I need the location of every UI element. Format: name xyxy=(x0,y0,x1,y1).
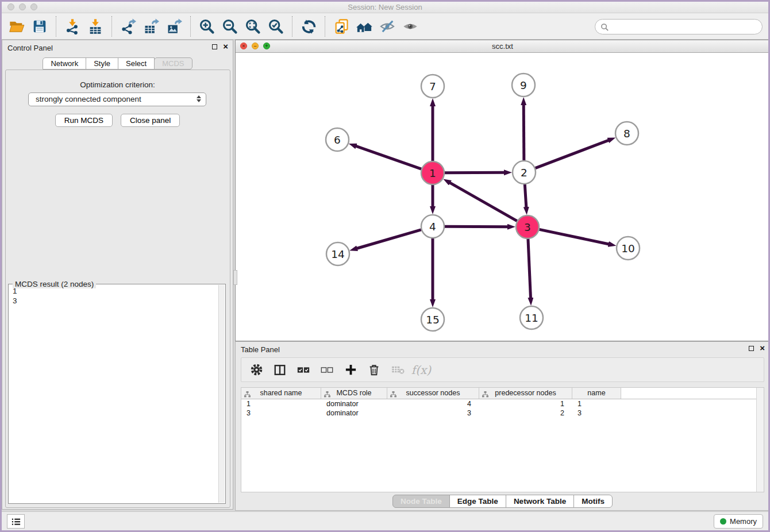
graph-node-6[interactable]: 6 xyxy=(326,128,349,151)
maximize-window-button[interactable] xyxy=(30,3,37,10)
export-image-button[interactable] xyxy=(163,16,186,37)
column-header-successor-nodes[interactable]: successor nodes xyxy=(387,388,479,399)
graph-edge-1-2[interactable] xyxy=(445,172,505,173)
column-header-label: name xyxy=(587,389,605,397)
graph-edge-3-11[interactable] xyxy=(528,239,531,298)
column-header-predecessor-nodes[interactable]: predecessor nodes xyxy=(479,388,572,399)
table-cell-predecessor-nodes: 1 xyxy=(479,399,572,408)
tab-network-table[interactable]: Network Table xyxy=(506,495,574,508)
duplicate-network-button[interactable] xyxy=(330,16,353,37)
graph-edge-4-3[interactable] xyxy=(445,226,508,227)
graph-edge-4-14[interactable] xyxy=(357,230,421,249)
graph-node-label: 9 xyxy=(520,79,527,91)
select-all-columns-button[interactable] xyxy=(294,361,313,379)
column-header-shared-name[interactable]: shared name xyxy=(241,388,321,399)
show-overview-button[interactable] xyxy=(399,16,422,37)
delete-column-button[interactable] xyxy=(365,361,383,379)
tab-edge-table[interactable]: Edge Table xyxy=(449,495,506,508)
control-panel-header: Control Panel × xyxy=(2,40,233,55)
split-panel-button[interactable] xyxy=(271,361,289,379)
column-header-mcds-role[interactable]: MCDS role xyxy=(321,388,387,399)
search-input[interactable] xyxy=(611,20,757,33)
graph-node-label: 6 xyxy=(334,134,341,146)
close-window-button[interactable] xyxy=(7,3,14,10)
splitter-grip[interactable] xyxy=(233,270,237,285)
import-table-button[interactable] xyxy=(84,16,107,37)
attribute-tree-icon xyxy=(324,390,330,401)
save-session-button[interactable] xyxy=(28,16,51,37)
graph-node-15[interactable]: 15 xyxy=(421,308,444,331)
graph-edge-2-8[interactable] xyxy=(536,140,609,168)
tab-network[interactable]: Network xyxy=(43,57,86,70)
graph-node-2[interactable]: 2 xyxy=(513,161,536,184)
criterion-value: strongly connected component xyxy=(36,95,141,103)
table-header-row: shared nameMCDS rolesuccessor nodesprede… xyxy=(241,388,764,399)
apply-function-button[interactable]: f(x) xyxy=(412,361,430,379)
table-settings-button[interactable] xyxy=(247,361,265,379)
graph-node-10[interactable]: 10 xyxy=(617,237,640,260)
tab-motifs[interactable]: Motifs xyxy=(573,495,613,508)
task-history-button[interactable] xyxy=(7,514,25,529)
toolbar-separator xyxy=(325,16,325,37)
graph-node-4[interactable]: 4 xyxy=(421,215,444,238)
eye-slash-icon xyxy=(379,18,395,34)
maximize-network-button[interactable]: + xyxy=(263,43,270,49)
zoom-fit-button[interactable] xyxy=(241,16,264,37)
graph-edge-3-10[interactable] xyxy=(540,229,609,244)
home-icon xyxy=(356,18,373,34)
float-panel-icon[interactable] xyxy=(212,44,217,49)
import-network-button[interactable] xyxy=(61,16,84,37)
graph-node-1[interactable]: 1 xyxy=(421,161,444,184)
table-row[interactable]: 1dominator411 xyxy=(241,399,764,408)
table-cell-name: 3 xyxy=(572,408,621,418)
tab-mcds[interactable]: MCDS xyxy=(154,57,192,70)
zoom-in-icon xyxy=(199,18,215,34)
close-panel-button[interactable]: Close panel xyxy=(121,114,180,127)
run-mcds-button[interactable]: Run MCDS xyxy=(55,114,113,127)
criterion-dropdown[interactable]: strongly connected component xyxy=(28,92,206,106)
result-scrollbar[interactable] xyxy=(218,285,225,503)
graph-node-3[interactable]: 3 xyxy=(516,215,539,238)
graph-node-9[interactable]: 9 xyxy=(512,74,535,97)
deselect-all-columns-button[interactable] xyxy=(318,361,336,379)
delete-table-button[interactable] xyxy=(388,361,407,379)
dropdown-stepper-icon xyxy=(197,95,201,102)
column-header-name[interactable]: name xyxy=(572,388,621,399)
close-panel-icon[interactable]: × xyxy=(223,43,228,50)
graph-node-7[interactable]: 7 xyxy=(421,75,444,98)
close-network-button[interactable]: × xyxy=(240,43,247,49)
tab-select[interactable]: Select xyxy=(118,57,155,70)
graph-edge-1-6[interactable] xyxy=(356,146,421,169)
export-network-icon xyxy=(120,18,136,34)
network-window-controls: × – + xyxy=(240,43,270,49)
export-network-button[interactable] xyxy=(117,16,140,37)
close-panel-icon[interactable]: × xyxy=(760,345,765,352)
zoom-selected-button[interactable] xyxy=(264,16,287,37)
table-row[interactable]: 3dominator323 xyxy=(241,408,764,418)
zoom-in-button[interactable] xyxy=(195,16,218,37)
network-canvas[interactable]: 7968124314101511 xyxy=(236,53,769,341)
function-icon: f(x) xyxy=(411,363,431,377)
minimize-network-button[interactable]: – xyxy=(252,43,259,49)
unchecked-boxes-icon xyxy=(320,364,334,376)
graph-edge-2-9[interactable] xyxy=(523,105,524,160)
graph-node-11[interactable]: 11 xyxy=(520,306,543,329)
graph-edge-3-1[interactable] xyxy=(450,183,517,221)
minimize-window-button[interactable] xyxy=(19,3,26,10)
home-button[interactable] xyxy=(353,16,376,37)
graph-edge-2-3[interactable] xyxy=(525,184,526,207)
open-file-button[interactable] xyxy=(5,16,28,37)
export-table-button[interactable] xyxy=(140,16,163,37)
tab-node-table[interactable]: Node Table xyxy=(392,495,450,508)
graph-node-label: 4 xyxy=(429,221,436,233)
memory-button[interactable]: Memory xyxy=(714,514,763,529)
zoom-out-button[interactable] xyxy=(218,16,241,37)
refresh-view-button[interactable] xyxy=(297,16,320,37)
float-panel-icon[interactable] xyxy=(749,346,754,351)
graph-node-8[interactable]: 8 xyxy=(615,122,638,145)
hide-panels-button[interactable] xyxy=(376,16,399,37)
table-scrollbar[interactable] xyxy=(756,388,764,492)
tab-style[interactable]: Style xyxy=(86,57,118,70)
add-column-button[interactable] xyxy=(341,361,360,379)
graph-node-14[interactable]: 14 xyxy=(326,242,349,265)
